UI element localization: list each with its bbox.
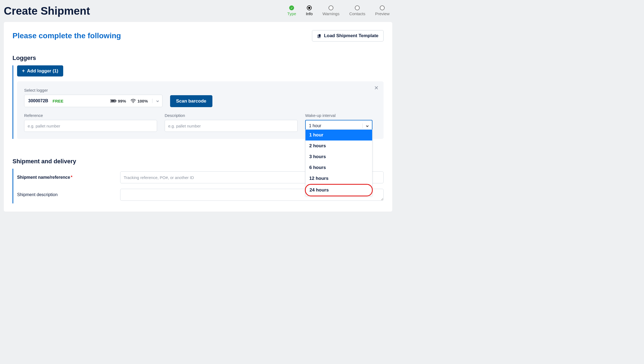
card-title: Please complete the following <box>12 31 121 40</box>
add-logger-button[interactable]: + Add logger (1) <box>17 65 63 76</box>
step-info[interactable]: Info <box>306 5 313 16</box>
circle-icon <box>380 5 385 10</box>
close-icon: ✕ <box>374 85 379 91</box>
step-label: Preview <box>375 11 390 16</box>
select-logger-label: Select logger <box>24 88 162 92</box>
check-circle-icon: ✓ <box>289 5 294 10</box>
add-logger-label: Add logger (1) <box>27 68 58 74</box>
scan-barcode-button[interactable]: Scan barcode <box>170 95 212 107</box>
step-label: Info <box>306 11 313 16</box>
wizard-steps: ✓ Type Info Warnings Contacts Preview <box>287 5 392 16</box>
battery-status: 99% <box>110 99 126 103</box>
svg-rect-3 <box>116 100 116 102</box>
description-input[interactable] <box>165 120 298 132</box>
svg-point-4 <box>133 103 133 103</box>
wakeup-selected-value: 1 hour <box>309 123 321 128</box>
chevron-down-icon <box>362 123 369 128</box>
close-button[interactable]: ✕ <box>374 85 379 91</box>
logger-selector[interactable]: 3000072B FREE 99% <box>24 95 162 107</box>
wifi-icon <box>130 99 136 103</box>
circle-icon <box>355 5 360 10</box>
scan-barcode-label: Scan barcode <box>176 98 206 104</box>
svg-rect-2 <box>111 100 115 102</box>
wakeup-option-2-hours[interactable]: 2 hours <box>305 141 372 151</box>
wakeup-option-6-hours[interactable]: 6 hours <box>305 162 372 173</box>
step-contacts[interactable]: Contacts <box>349 5 365 16</box>
step-label: Warnings <box>323 11 340 16</box>
step-warnings[interactable]: Warnings <box>323 5 340 16</box>
wakeup-option-1-hour[interactable]: 1 hour <box>305 130 372 141</box>
shipment-name-label: Shipment name/reference* <box>17 175 118 180</box>
step-preview[interactable]: Preview <box>375 5 390 16</box>
logger-id-value: 3000072B <box>28 98 48 103</box>
reference-label: Reference <box>24 113 157 118</box>
shipment-description-label: Shipment description <box>17 192 118 197</box>
load-template-label: Load Shipment Template <box>324 33 378 39</box>
loggers-section-title: Loggers <box>12 55 384 62</box>
battery-icon <box>110 99 116 103</box>
radio-filled-icon <box>307 5 312 10</box>
wakeup-option-12-hours[interactable]: 12 hours <box>305 173 372 184</box>
step-type[interactable]: ✓ Type <box>287 5 296 16</box>
signal-percent: 100% <box>138 99 148 103</box>
main-card: Please complete the following Load Shipm… <box>4 22 392 212</box>
shipment-name-label-text: Shipment name/reference <box>17 175 70 180</box>
reference-input[interactable] <box>24 120 157 132</box>
chevron-down-icon <box>152 99 160 103</box>
wakeup-option-3-hours[interactable]: 3 hours <box>305 151 372 162</box>
battery-percent: 99% <box>118 99 126 103</box>
circle-icon <box>329 5 333 10</box>
load-template-button[interactable]: Load Shipment Template <box>312 30 384 41</box>
required-asterisk: * <box>70 175 72 180</box>
logger-status-badge: FREE <box>53 99 63 103</box>
wakeup-dropdown: 1 hour 2 hours 3 hours 6 hours 12 hours … <box>305 129 372 196</box>
svg-rect-0 <box>319 34 321 37</box>
logger-panel: ✕ Select logger 3000072B FREE <box>17 81 384 139</box>
description-label: Description <box>165 113 298 118</box>
signal-status: 100% <box>130 99 148 103</box>
plus-icon: + <box>22 68 25 74</box>
wakeup-interval-label: Wake-up interval <box>305 113 372 118</box>
page-title: Create Shipment <box>4 5 90 17</box>
step-label: Type <box>287 11 296 16</box>
wakeup-option-24-hours[interactable]: 24 hours <box>305 184 373 196</box>
clipboard-icon <box>317 34 322 38</box>
step-label: Contacts <box>349 11 365 16</box>
